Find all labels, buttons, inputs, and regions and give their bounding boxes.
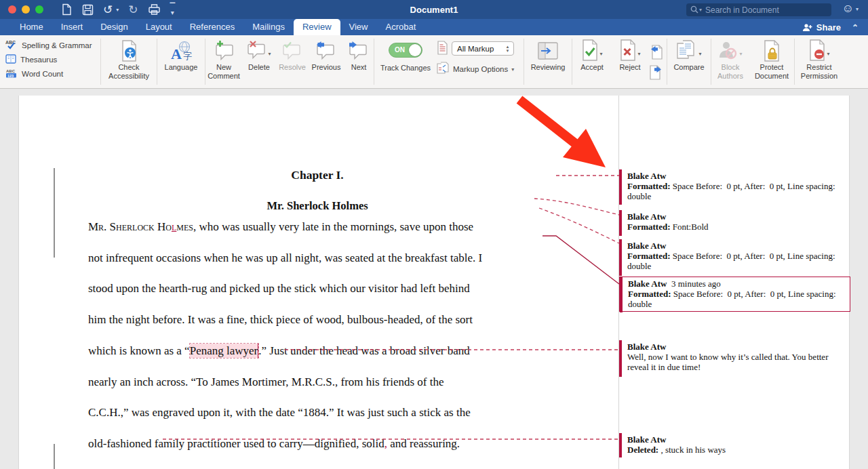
revision-type-label: Formatted:: [627, 181, 671, 191]
next-comment-button[interactable]: Next: [344, 35, 374, 88]
track-changes-toggle[interactable]: ON Track Changes: [374, 35, 437, 88]
markup-options-button[interactable]: Markup Options ▾: [437, 62, 524, 77]
new-comment-icon: [212, 39, 235, 63]
proofing-group: ABC Spelling & Grammar Thesaurus ABC123 …: [0, 35, 100, 88]
tab-references[interactable]: References: [181, 19, 243, 35]
revision-balloon[interactable]: Blake Atw 3 minutes agoFormatted: Space …: [619, 277, 850, 312]
markup-display-select[interactable]: All Markup ▲▼: [452, 41, 514, 56]
changed-lines-bar: [54, 444, 55, 469]
print-icon[interactable]: [148, 3, 161, 16]
block-authors-icon: [718, 40, 738, 62]
review-ribbon: ABC Spelling & Grammar Thesaurus ABC123 …: [0, 35, 868, 89]
revision-balloon[interactable]: Blake AtwFormatted: Space Before: 0 pt, …: [619, 239, 850, 276]
revision-author: Blake Atw: [627, 342, 666, 352]
thesaurus-button[interactable]: Thesaurus: [5, 54, 100, 65]
search-input[interactable]: ▾ Search in Document: [686, 3, 831, 16]
text-run: and reassuring.: [387, 437, 460, 450]
select-stepper-icon[interactable]: ▲▼: [503, 43, 512, 54]
revision-text: , stuck in his ways: [658, 445, 726, 455]
next-change-icon[interactable]: [650, 65, 663, 83]
save-icon[interactable]: [82, 4, 94, 16]
search-icon: [690, 4, 698, 16]
text-run: old-fashioned family practitioner used t…: [88, 437, 384, 450]
tab-home[interactable]: Home: [11, 19, 52, 35]
revision-balloon[interactable]: Blake AtwDeleted: , stuck in his ways: [619, 433, 850, 457]
protect-document-icon: [763, 39, 781, 63]
reviewing-pane-icon: [538, 39, 558, 63]
delete-comment-button[interactable]: ▾ Delete: [242, 35, 276, 88]
resolve-comment-button[interactable]: Resolve: [276, 35, 309, 88]
delete-comment-icon: [247, 41, 267, 62]
undo-dropdown-icon[interactable]: ▾: [116, 7, 119, 13]
text-run: .” Just under the head was a broad silve…: [258, 344, 470, 357]
delete-dropdown-icon[interactable]: ▾: [268, 51, 271, 57]
reject-dropdown-icon[interactable]: ▾: [637, 51, 640, 57]
text-run: which is known as a “: [88, 344, 190, 357]
svg-text:A: A: [171, 45, 182, 61]
document-canvas: Chapter I. Mr. Sherlock Holmes Mr. Sherl…: [0, 89, 868, 469]
feedback-smiley-icon[interactable]: ☺▾: [842, 2, 859, 16]
search-scope-chevron-icon[interactable]: ▾: [699, 7, 702, 13]
tab-view[interactable]: View: [340, 19, 377, 35]
restrict-permission-button[interactable]: ▾ Restrict Permission: [795, 35, 844, 88]
previous-change-icon[interactable]: [650, 45, 663, 62]
tab-review[interactable]: Review: [294, 19, 340, 35]
new-document-icon[interactable]: [61, 3, 73, 16]
word-count-button[interactable]: ABC123 Word Count: [5, 68, 100, 79]
section-heading[interactable]: Mr. Sherlock Holmes: [88, 199, 547, 213]
document-line[interactable]: not infrequent occasions when he was up …: [88, 251, 563, 265]
tab-acrobat[interactable]: Acrobat: [376, 19, 425, 35]
spelling-check-icon: ABC: [5, 39, 18, 51]
reject-change-button[interactable]: ▾ Reject: [612, 35, 648, 88]
language-button[interactable]: A字 Language: [157, 35, 205, 88]
track-changes-switch[interactable]: ON: [389, 43, 422, 58]
close-button[interactable]: [8, 5, 16, 14]
previous-comment-button[interactable]: Previous: [309, 35, 344, 88]
share-button[interactable]: Share: [802, 22, 841, 33]
zoom-button[interactable]: [35, 5, 43, 14]
revision-balloon[interactable]: Blake AtwFormatted: Font:Bold: [619, 210, 850, 236]
reject-change-icon: [619, 39, 637, 63]
svg-text:ABC: ABC: [6, 69, 16, 73]
block-authors-dropdown-icon[interactable]: ▾: [739, 51, 742, 57]
svg-text:字: 字: [183, 51, 192, 61]
minimize-button[interactable]: [22, 5, 30, 14]
undo-icon[interactable]: ↺: [103, 3, 113, 17]
document-line[interactable]: Mr. Sherlock Holmes, who was usually ver…: [88, 220, 563, 234]
tab-insert[interactable]: Insert: [52, 19, 92, 35]
compare-button[interactable]: ▾ Compare: [667, 35, 711, 88]
chapter-heading[interactable]: Chapter I.: [88, 168, 547, 182]
accept-change-button[interactable]: ▾ Accept: [572, 35, 612, 88]
document-line[interactable]: C.C.H.,” was engraved upon it, with the …: [88, 406, 563, 420]
quick-access-toolbar: ↺ ▾ ↻ ▔▾: [61, 3, 175, 17]
document-line[interactable]: him the night before. It was a fine, thi…: [88, 313, 563, 327]
accept-dropdown-icon[interactable]: ▾: [599, 51, 602, 57]
revision-balloon[interactable]: Blake AtwFormatted: Space Before: 0 pt, …: [619, 169, 850, 205]
document-line[interactable]: which is known as a “Penang lawyer.” Jus…: [88, 344, 563, 358]
new-comment-button[interactable]: New Comment: [205, 35, 242, 88]
spelling-grammar-button[interactable]: ABC Spelling & Grammar: [5, 39, 100, 51]
document-line[interactable]: old-fashioned family practitioner used t…: [88, 437, 563, 451]
document-line[interactable]: nearly an inch across. “To James Mortime…: [88, 375, 563, 389]
document-line[interactable]: stood upon the hearth-rug and picked up …: [88, 282, 563, 295]
revision-type-label: Formatted:: [627, 251, 671, 261]
redo-icon[interactable]: ↻: [128, 3, 138, 17]
text-run: stood upon the hearth-rug and picked up …: [88, 282, 470, 295]
reviewing-pane-button[interactable]: Reviewing: [524, 35, 572, 88]
restrict-dropdown-icon[interactable]: ▾: [827, 51, 829, 57]
compare-dropdown-icon[interactable]: ▾: [698, 51, 701, 57]
text-run: mes: [176, 220, 193, 233]
protect-document-button[interactable]: Protect Document: [749, 35, 794, 88]
accept-change-icon: [581, 39, 599, 63]
tab-mailings[interactable]: Mailings: [243, 19, 294, 35]
revision-change-bar: [619, 340, 622, 377]
collapse-ribbon-icon[interactable]: ⌃: [852, 23, 859, 33]
comment-balloon[interactable]: Blake AtwWell, now I want to know why it…: [619, 340, 850, 377]
tab-layout[interactable]: Layout: [137, 19, 181, 35]
change-nav-group: [648, 35, 667, 88]
customize-toolbar-icon[interactable]: ▔▾: [170, 3, 176, 16]
check-accessibility-button[interactable]: Check Accessibility: [101, 35, 157, 88]
tab-design[interactable]: Design: [92, 19, 136, 35]
revision-change-bar: [619, 433, 622, 457]
block-authors-button[interactable]: ▾ Block Authors: [711, 35, 749, 88]
